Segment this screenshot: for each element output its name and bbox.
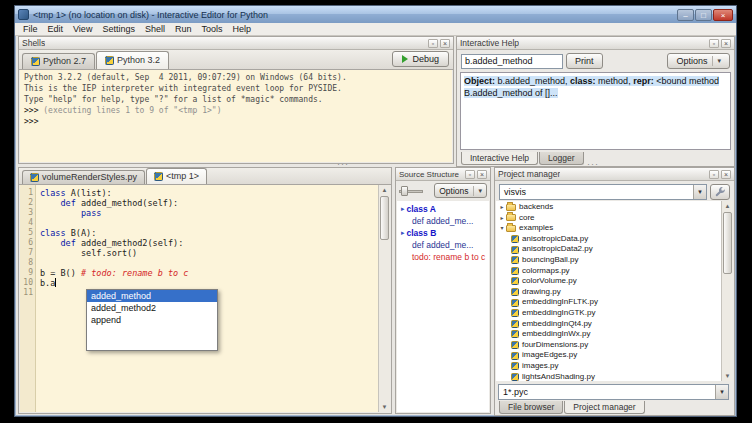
scroll-up-icon[interactable]: ▲ [379,185,390,195]
debug-button[interactable]: Debug [392,51,449,67]
slider-thumb[interactable] [401,186,408,196]
structure-item[interactable]: def added_me... [397,239,489,251]
app-icon [18,9,29,20]
shell-line: >>> (executing lines 1 to 9 of "<tmp 1>"… [24,105,448,116]
file-item[interactable]: bouncingBall.py [496,255,721,266]
menu-tools[interactable]: Tools [196,23,227,36]
help-query-input[interactable] [461,54,563,69]
file-item[interactable]: fourDimensions.py [496,340,721,351]
text-token: repr: [633,76,654,86]
file-item[interactable]: embeddingInFLTK.py [496,297,721,308]
float-panel-icon[interactable]: ▫ [465,170,475,179]
structure-item[interactable]: todo: rename b to c [397,251,489,263]
help-options-button[interactable]: Options ▾ [667,53,730,69]
tab-project-manager[interactable]: Project manager [564,401,644,414]
structure-item[interactable]: def added_me... [397,215,489,227]
text-token: embeddingInFLTK.py [522,297,598,308]
close-panel-icon[interactable]: × [721,39,731,48]
menu-help[interactable]: Help [227,23,256,36]
folder-item[interactable]: ▾examples [496,223,721,234]
file-item[interactable]: imageEdges.py [496,350,721,361]
structure-options-button[interactable]: Options ▾ [434,183,487,198]
autocomplete-item[interactable]: added_method2 [87,302,217,314]
structure-item[interactable]: ▸class B [397,227,489,239]
minimize-icon[interactable]: – [677,9,694,21]
splitter-handle[interactable]: ··· [337,161,349,167]
tab-python-2-7[interactable]: Python 2.7 [22,53,95,69]
scroll-down-icon[interactable]: ▼ [379,402,390,412]
file-filter-select[interactable]: 1*.pyc ▾ [498,384,729,400]
project-tree-scrollbar[interactable]: ▲ ▼ [721,201,733,381]
text-token: added_method(self): [76,198,178,208]
float-panel-icon[interactable]: ▫ [428,39,438,48]
file-item[interactable]: embeddingInGTK.py [496,308,721,319]
text-token: def added_me... [412,239,473,251]
editor-canvas: 1234567891011 class A(list): def added_m… [20,185,390,412]
file-item[interactable]: embeddingInQt4.py [496,319,721,330]
close-panel-icon[interactable]: × [440,39,450,48]
python-icon [105,56,114,65]
text-token: Python 3.2.2 (default, Sep 4 2011, 09:07… [24,73,347,82]
text-token: backends [519,202,553,213]
shell-line: This is the IEP interpreter with integra… [24,83,448,94]
python-file-icon [511,277,519,285]
scroll-up-icon[interactable]: ▲ [722,201,733,211]
text-token [40,198,60,208]
python-file-icon [511,320,519,328]
file-item[interactable]: anisotropicData.py [496,234,721,245]
tab-logger[interactable]: Logger [539,152,583,165]
editor-scrollbar[interactable]: ▲ ▼ [378,185,390,412]
menu-edit[interactable]: Edit [43,23,69,36]
code-line: def added_method2(self): [40,238,378,248]
tab-file-browser[interactable]: File browser [499,401,563,414]
tab-python-3-2[interactable]: Python 3.2 [96,51,169,69]
autocomplete-item[interactable]: append [87,314,217,326]
folder-item[interactable]: ▸backends [496,202,721,213]
folder-item[interactable]: ▸core [496,213,721,224]
title-bar[interactable]: <tmp 1> (no location on disk) - Interact… [15,6,736,23]
code-line [40,218,378,228]
float-panel-icon[interactable]: ▫ [709,170,719,179]
shells-panel-header: Shells ▫ × [19,37,453,50]
autocomplete-item[interactable]: added_method [87,290,217,302]
menu-view[interactable]: View [68,23,97,36]
text-token: bouncingBall.py [522,255,578,266]
file-item[interactable]: images.py [496,361,721,372]
scroll-down-icon[interactable]: ▼ [722,371,733,381]
chevron-down-icon: ▾ [693,185,706,199]
structure-item[interactable]: ▸class A [397,203,489,215]
file-item[interactable]: colorVolume.py [496,276,721,287]
python-file-icon [511,256,519,264]
close-icon[interactable]: × [713,9,733,21]
file-item[interactable]: anisotropicData2.py [496,244,721,255]
float-panel-icon[interactable]: ▫ [709,39,719,48]
menu-shell[interactable]: Shell [140,23,170,36]
shell-output[interactable]: Python 3.2.2 (default, Sep 4 2011, 09:07… [20,70,452,162]
tab-volumerenderstyles[interactable]: volumeRenderStyles.py [22,170,145,184]
file-item[interactable]: embeddingInWx.py [496,329,721,340]
python-file-icon [511,330,519,338]
file-item[interactable]: lightsAndShading.py [496,372,721,382]
tab-tmp1[interactable]: <tmp 1> [146,168,207,184]
tab-interactive-help[interactable]: Interactive Help [461,152,538,165]
splitter-handle[interactable]: ··· [587,161,599,167]
python-file-icon [511,299,519,307]
menu-file[interactable]: File [18,23,43,36]
menu-run[interactable]: Run [170,23,197,36]
menu-settings[interactable]: Settings [97,23,140,36]
close-panel-icon[interactable]: × [721,170,731,179]
file-item[interactable]: colormaps.py [496,266,721,277]
source-structure-title: Source Structure [399,170,459,179]
shell-line: Type "help" for help, type "?" for a lis… [24,94,448,105]
close-panel-icon[interactable]: × [477,170,487,179]
project-manager-panel: Project manager ▫ × visvis ▾ ▸backends▸c… [494,167,735,416]
help-body[interactable]: Object: b.added_method, class: method, r… [460,72,731,150]
print-button[interactable]: Print [566,53,603,69]
maximize-icon[interactable]: □ [695,9,712,21]
project-select[interactable]: visvis ▾ [499,184,707,200]
file-item[interactable]: drawing.py [496,287,721,298]
scrollbar-thumb[interactable] [380,196,389,240]
scrollbar-thumb[interactable] [723,212,732,274]
structure-depth-slider[interactable] [399,185,423,197]
project-config-button[interactable] [710,184,730,200]
